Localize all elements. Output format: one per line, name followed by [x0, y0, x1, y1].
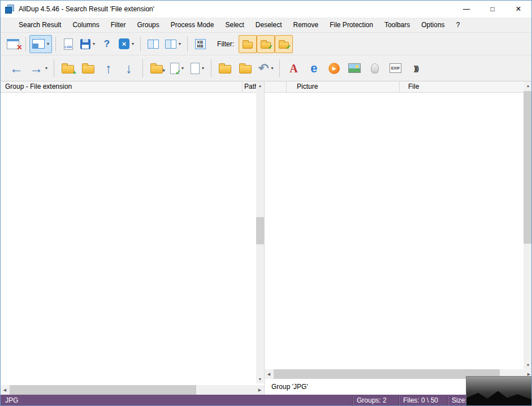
folder-gear-icon: *	[150, 65, 163, 74]
menu-item-toolbars[interactable]: Toolbars	[379, 18, 416, 32]
size-units-button[interactable]: KB MB	[191, 35, 209, 53]
back-button[interactable]: ←	[6, 58, 27, 79]
scroll-left-icon[interactable]: ◀	[1, 385, 9, 395]
chevron-down-icon: ▾	[93, 41, 95, 46]
open-text-editor-button[interactable]: A	[283, 58, 304, 79]
scroll-down-icon[interactable]: ▼	[256, 375, 264, 383]
status-size: Size:	[452, 395, 467, 406]
open-browser-button[interactable]: e	[304, 58, 324, 79]
scroll-down-icon[interactable]: ▼	[524, 361, 532, 369]
menu-item-select[interactable]: Select	[219, 18, 249, 32]
audio-waves-icon: )))	[414, 64, 418, 72]
filter-checked-files-button[interactable]: ✓	[257, 35, 275, 53]
menu-item-groups[interactable]: Groups	[131, 18, 165, 32]
menu-item-label: File Protection	[330, 21, 373, 29]
column-layout-button[interactable]	[144, 35, 162, 53]
path-column-header[interactable]: Path	[242, 81, 256, 92]
select-files-button[interactable]: ✓ ▾	[167, 58, 187, 79]
filter-all-groups-button[interactable]	[239, 35, 257, 53]
menu-item--[interactable]: ?	[451, 18, 466, 32]
scroll-up-icon[interactable]: ▲	[524, 81, 532, 90]
scrollbar-thumb[interactable]	[10, 385, 196, 395]
separator	[55, 37, 56, 51]
picture-rows	[265, 93, 532, 369]
columns-icon	[148, 40, 159, 49]
status-group-label: JPG	[5, 395, 18, 406]
group-footer-label: Group 'JPG'	[271, 383, 308, 391]
move-up-button[interactable]: ↑	[98, 58, 119, 79]
tree-rows	[1, 93, 256, 383]
file-column-header[interactable]: File	[400, 81, 532, 92]
scroll-left-icon[interactable]: ◀	[265, 369, 273, 379]
menu-item-filter[interactable]: Filter	[105, 18, 132, 32]
menu-item-search-result[interactable]: Search Result	[13, 18, 67, 32]
file-actions-button[interactable]: ▾	[187, 58, 207, 79]
copy-to-folder-button[interactable]	[215, 58, 235, 79]
move-to-folder-button[interactable]	[235, 58, 256, 79]
separator	[140, 37, 141, 51]
undo-button[interactable]: ↶ ▾	[256, 58, 276, 79]
undo-icon: ↶	[258, 62, 269, 75]
back-arrow-icon: ←	[10, 62, 23, 75]
open-lightbox-button[interactable]	[365, 58, 385, 79]
show-exif-button[interactable]: EXIF	[385, 58, 405, 79]
forward-arrow-icon: →	[29, 62, 43, 75]
remove-folder-button[interactable]	[78, 58, 98, 79]
folder-icon	[239, 65, 252, 74]
remove-search-result-button[interactable]: ×	[4, 35, 22, 53]
filter-unchecked-files-button[interactable]: ✓	[275, 35, 293, 53]
menu-item-process-mode[interactable]: Process Mode	[165, 18, 220, 32]
move-down-button[interactable]: ↓	[119, 58, 139, 79]
status-groups-count: Groups: 2	[357, 395, 387, 406]
duplicates-column-headers: Picture File	[265, 81, 532, 93]
file-check-icon: ✓	[170, 63, 179, 74]
folder-check-icon: ✓	[279, 42, 289, 49]
open-media-player-button[interactable]: ▶	[324, 58, 344, 79]
close-search-button[interactable]: × ▾	[116, 35, 137, 53]
status-separator	[447, 396, 448, 405]
column-options-button[interactable]: ▾	[162, 35, 184, 53]
window-title: AllDup 4.5.46 - Search Result 'File exte…	[19, 5, 154, 13]
menu-bar: Search ResultColumnsFilterGroupsProcess …	[1, 18, 531, 33]
forward-button[interactable]: → ▾	[27, 58, 50, 79]
alldup-app-icon	[5, 5, 15, 14]
maximize-button[interactable]: □	[479, 1, 505, 18]
close-button[interactable]: ×	[505, 1, 531, 18]
title-bar: AllDup 4.5.46 - Search Result 'File exte…	[1, 1, 531, 18]
menu-item-options[interactable]: Options	[416, 18, 450, 32]
tree-vertical-scrollbar[interactable]: ▲ ▼	[256, 81, 264, 383]
menu-item-label: Columns	[72, 21, 99, 29]
separator	[142, 59, 143, 77]
help-button[interactable]: ?	[98, 35, 116, 53]
preview-pane-toggle-button[interactable]: ▾	[29, 35, 52, 53]
scrollbar-thumb[interactable]	[524, 91, 532, 244]
scroll-up-icon[interactable]: ▲	[256, 81, 264, 90]
picture-column-header[interactable]: Picture	[287, 81, 400, 92]
down-arrow-icon: ↓	[126, 62, 132, 75]
folder-settings-button[interactable]: *	[146, 58, 167, 79]
menu-item-columns[interactable]: Columns	[67, 18, 105, 32]
scroll-right-icon[interactable]: ▶	[256, 385, 264, 395]
folder-icon	[82, 65, 94, 74]
scrollbar-thumb[interactable]	[256, 217, 264, 244]
save-button[interactable]: ▾	[77, 35, 98, 53]
menu-item-file-protection[interactable]: File Protection	[324, 18, 379, 32]
up-arrow-icon: ↑	[105, 62, 112, 75]
minimize-button[interactable]: —	[453, 1, 479, 18]
add-folder-button[interactable]: +	[58, 58, 78, 79]
play-audio-button[interactable]: )))	[405, 58, 426, 79]
menu-item-label: Select	[225, 21, 244, 29]
tree-horizontal-scrollbar[interactable]: ◀ ▶	[1, 385, 264, 395]
log-button[interactable]: LOG	[59, 35, 77, 53]
menu-item-deselect[interactable]: Deselect	[250, 18, 288, 32]
menu-item-remove[interactable]: Remove	[288, 18, 325, 32]
separator	[211, 59, 211, 77]
menu-item-label: ?	[456, 21, 460, 29]
duplicates-vertical-scrollbar[interactable]: ▲ ▼	[524, 81, 532, 369]
duplicates-panel: Picture File ◀ ▶ Group 'JPG' ▲ ▼	[264, 81, 532, 395]
open-image-viewer-button[interactable]	[344, 58, 365, 79]
toolbar-main: × ▾ LOG ▾ ? × ▾ ▾ KB MB Filter: ✓ ✓	[1, 33, 531, 55]
checkbox-column-header	[265, 81, 287, 92]
group-column-header[interactable]: Group - File extension	[1, 81, 242, 92]
menu-item-label: Deselect	[256, 21, 282, 29]
